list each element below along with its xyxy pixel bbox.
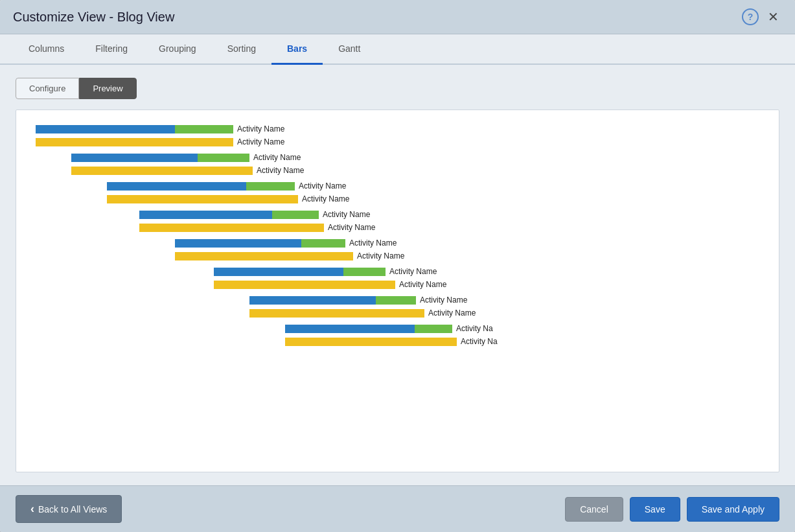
gantt-row: Activity Name bbox=[36, 123, 759, 135]
gantt-bars bbox=[36, 138, 233, 146]
gantt-label: Activity Name bbox=[323, 210, 370, 219]
gantt-bars bbox=[249, 309, 424, 318]
gantt-bars bbox=[285, 338, 457, 346]
cancel-button[interactable]: Cancel bbox=[565, 497, 623, 522]
sub-tabs: Configure Preview bbox=[16, 78, 779, 99]
gantt-chart: Activity Name Activity Name Activity Nam… bbox=[36, 123, 759, 347]
footer: ‹ Back to All Views Cancel Save Save and… bbox=[0, 485, 795, 532]
gantt-row: Activity Na bbox=[285, 323, 759, 334]
gantt-bars bbox=[107, 195, 298, 203]
gantt-bars bbox=[175, 252, 353, 260]
gantt-bars bbox=[139, 211, 319, 219]
gantt-bars bbox=[139, 224, 324, 232]
gantt-row: Activity Name bbox=[139, 209, 759, 220]
customize-view-dialog: Customize View - Blog View ? ✕ Columns F… bbox=[0, 0, 795, 532]
gantt-row: Activity Name bbox=[249, 294, 759, 306]
footer-right: Cancel Save Save and Apply bbox=[565, 497, 779, 522]
gantt-row: Activity Name bbox=[214, 266, 759, 277]
tab-gantt[interactable]: Gantt bbox=[323, 34, 376, 65]
gantt-bars bbox=[71, 167, 253, 175]
gantt-row: Activity Name bbox=[175, 250, 759, 262]
chevron-left-icon: ‹ bbox=[30, 502, 34, 516]
gantt-row: Activity Name bbox=[139, 222, 759, 233]
title-bar: Customize View - Blog View ? ✕ bbox=[0, 0, 795, 34]
save-button[interactable]: Save bbox=[630, 497, 680, 522]
title-bar-right: ? ✕ bbox=[742, 8, 782, 26]
save-and-apply-button[interactable]: Save and Apply bbox=[687, 497, 779, 522]
back-to-all-views-button[interactable]: ‹ Back to All Views bbox=[16, 495, 122, 523]
tab-grouping[interactable]: Grouping bbox=[143, 34, 212, 65]
gantt-bars bbox=[214, 281, 395, 289]
tab-bars[interactable]: Bars bbox=[271, 34, 323, 65]
gantt-label: Activity Name bbox=[237, 137, 284, 146]
content-area: Configure Preview Activity Name bbox=[0, 65, 795, 485]
gantt-label: Activity Name bbox=[302, 194, 349, 203]
gantt-row: Activity Name bbox=[107, 193, 759, 205]
gantt-row: Activity Name bbox=[71, 152, 759, 163]
gantt-bars bbox=[249, 296, 416, 305]
preview-panel: Activity Name Activity Name Activity Nam… bbox=[16, 110, 779, 472]
gantt-row: Activity Na bbox=[285, 336, 759, 347]
gantt-label: Activity Name bbox=[420, 295, 467, 305]
close-button[interactable]: ✕ bbox=[764, 8, 782, 26]
gantt-label: Activity Name bbox=[357, 251, 404, 260]
gantt-row: Activity Name bbox=[71, 165, 759, 176]
tab-filtering[interactable]: Filtering bbox=[80, 34, 143, 65]
gantt-label: Activity Name bbox=[237, 124, 284, 133]
gantt-bars bbox=[285, 325, 452, 333]
gantt-label: Activity Name bbox=[389, 267, 437, 276]
help-icon[interactable]: ? bbox=[742, 8, 759, 25]
gantt-label: Activity Name bbox=[328, 223, 375, 232]
gantt-label: Activity Name bbox=[253, 153, 301, 162]
gantt-label: Activity Name bbox=[399, 280, 446, 289]
gantt-bars bbox=[71, 154, 249, 162]
gantt-label: Activity Name bbox=[257, 166, 304, 175]
tab-columns[interactable]: Columns bbox=[13, 34, 80, 65]
footer-left: ‹ Back to All Views bbox=[16, 495, 122, 523]
gantt-row: Activity Name bbox=[36, 136, 759, 148]
gantt-row: Activity Name bbox=[107, 180, 759, 192]
title-bar-left: Customize View - Blog View bbox=[13, 10, 174, 25]
sub-tab-configure[interactable]: Configure bbox=[16, 78, 79, 99]
gantt-bars bbox=[175, 239, 345, 248]
gantt-label: Activity Na bbox=[456, 324, 493, 333]
sub-tab-preview[interactable]: Preview bbox=[79, 78, 136, 99]
gantt-row: Activity Name bbox=[249, 307, 759, 319]
tabs-bar: Columns Filtering Grouping Sorting Bars … bbox=[0, 34, 795, 65]
gantt-label: Activity Name bbox=[299, 181, 346, 191]
gantt-row: Activity Name bbox=[214, 279, 759, 290]
gantt-label: Activity Name bbox=[428, 308, 476, 318]
tab-sorting[interactable]: Sorting bbox=[212, 34, 271, 65]
close-icon: ✕ bbox=[768, 9, 779, 25]
dialog-title: Customize View - Blog View bbox=[13, 10, 174, 25]
gantt-label: Activity Name bbox=[349, 238, 397, 248]
gantt-bars bbox=[107, 182, 295, 191]
gantt-bars bbox=[36, 125, 233, 133]
gantt-row: Activity Name bbox=[175, 237, 759, 249]
gantt-label: Activity Na bbox=[461, 337, 498, 346]
gantt-bars bbox=[214, 268, 386, 276]
